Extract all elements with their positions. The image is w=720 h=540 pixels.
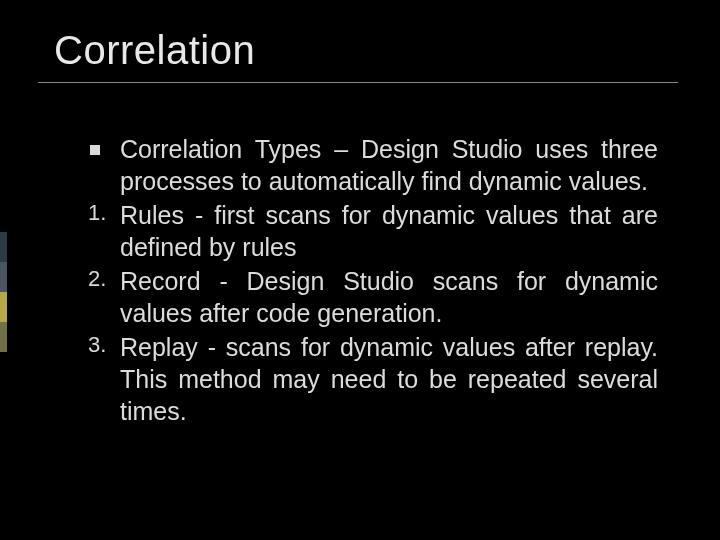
item-number: 3. [88, 331, 106, 359]
title-block: Correlation [54, 28, 666, 83]
slide: Correlation Correlation Types – Design S… [0, 0, 720, 540]
accent-color-bar [0, 232, 7, 352]
list-item: 3. Replay - scans for dynamic values aft… [120, 331, 658, 427]
bullet-intro: Correlation Types – Design Studio uses t… [120, 133, 658, 197]
item-number: 1. [88, 199, 106, 227]
item-text: Replay - scans for dynamic values after … [120, 333, 658, 425]
item-text: Record - Design Studio scans for dynamic… [120, 267, 658, 327]
list-item: 2. Record - Design Studio scans for dyna… [120, 265, 658, 329]
slide-title: Correlation [54, 28, 666, 72]
title-underline [38, 82, 678, 83]
item-number: 2. [88, 265, 106, 293]
slide-body: Correlation Types – Design Studio uses t… [90, 133, 658, 427]
list-item: 1. Rules - first scans for dynamic value… [120, 199, 658, 263]
item-text: Rules - first scans for dynamic values t… [120, 201, 658, 261]
